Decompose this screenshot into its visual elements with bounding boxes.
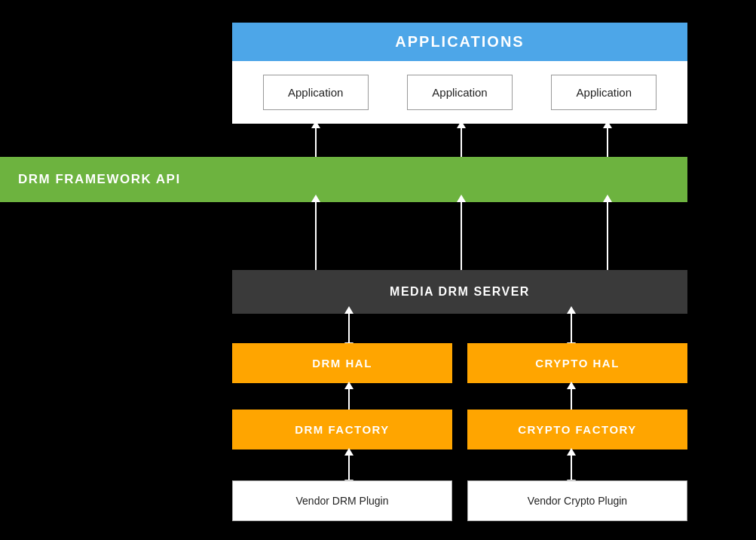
factory-row: DRM FACTORY CRYPTO FACTORY <box>232 410 687 449</box>
vendor-crypto-plugin-box: Vendor Crypto Plugin <box>467 480 687 521</box>
vendor-row: Vendor DRM Plugin Vendor Crypto Plugin <box>232 480 687 521</box>
arrow-drm-media1 <box>311 195 320 278</box>
arrow-drm-media3 <box>603 195 612 278</box>
app-box-2: Application <box>407 75 513 110</box>
drm-hal-box: DRM HAL <box>232 343 452 383</box>
media-drm-block: MEDIA DRM SERVER <box>232 270 687 314</box>
drm-api-block: DRM FRAMEWORK API <box>0 157 687 202</box>
vendor-drm-plugin-box: Vendor DRM Plugin <box>232 480 452 521</box>
applications-body: Application Application Application <box>232 61 687 124</box>
arrow-drm-media2 <box>457 195 466 278</box>
drm-factory-box: DRM FACTORY <box>232 410 452 449</box>
applications-block: APPLICATIONS Application Application App… <box>232 23 687 124</box>
diagram-container: APPLICATIONS Application Application App… <box>0 0 756 540</box>
hal-row: DRM HAL CRYPTO HAL <box>232 343 687 383</box>
crypto-factory-box: CRYPTO FACTORY <box>467 410 687 449</box>
crypto-hal-box: CRYPTO HAL <box>467 343 687 383</box>
app-box-3: Application <box>551 75 657 110</box>
app-box-1: Application <box>263 75 369 110</box>
applications-header: APPLICATIONS <box>232 23 687 61</box>
